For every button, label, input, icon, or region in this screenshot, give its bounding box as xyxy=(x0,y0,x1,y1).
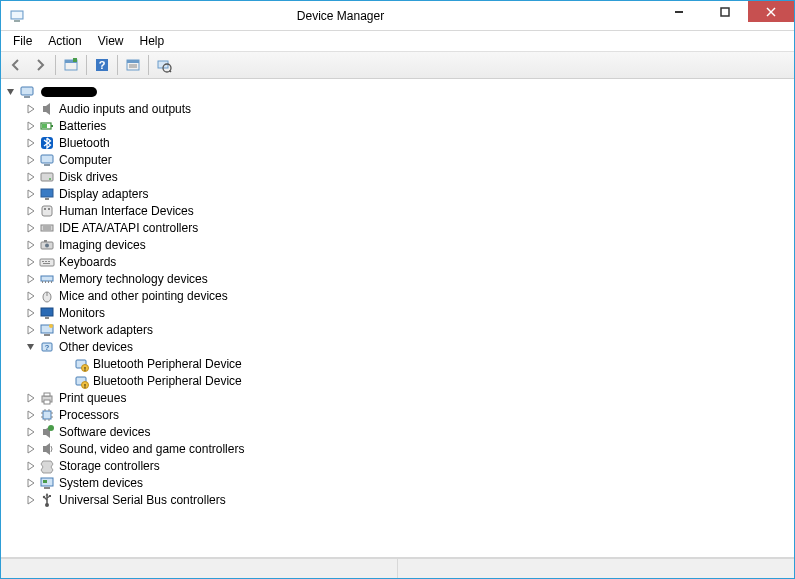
menu-action[interactable]: Action xyxy=(40,32,89,50)
toolbar-separator xyxy=(86,55,87,75)
usb-icon xyxy=(39,492,55,508)
tree-category-node[interactable]: Mice and other pointing devices xyxy=(3,287,792,304)
svg-rect-21 xyxy=(43,106,46,112)
expand-toggle-icon[interactable] xyxy=(25,443,37,455)
tree-category-node[interactable]: Memory technology devices xyxy=(3,270,792,287)
cpu-icon xyxy=(39,407,55,423)
tree-category-node[interactable]: Imaging devices xyxy=(3,236,792,253)
tree-node-label: Keyboards xyxy=(59,255,116,269)
tree-category-node[interactable]: Network adapters xyxy=(3,321,792,338)
toolbar-separator xyxy=(148,55,149,75)
tree-node-label: Computer xyxy=(59,153,112,167)
expand-toggle-icon[interactable] xyxy=(25,205,37,217)
tree-category-node[interactable]: Human Interface Devices xyxy=(3,202,792,219)
menu-view[interactable]: View xyxy=(90,32,132,50)
svg-text:!: ! xyxy=(84,382,86,388)
tree-device-node[interactable]: ! Bluetooth Peripheral Device xyxy=(3,355,792,372)
tree-category-node[interactable]: System devices xyxy=(3,474,792,491)
svg-text:?: ? xyxy=(99,59,106,71)
tree-category-node[interactable]: Audio inputs and outputs xyxy=(3,100,792,117)
svg-rect-44 xyxy=(48,261,50,262)
tree-node-label: Bluetooth Peripheral Device xyxy=(93,357,242,371)
tree-node-label: Software devices xyxy=(59,425,150,439)
expand-toggle-icon[interactable] xyxy=(25,171,37,183)
computer-name-redacted xyxy=(41,87,97,97)
svg-rect-80 xyxy=(43,446,46,452)
svg-rect-30 xyxy=(41,189,53,197)
minimize-button[interactable] xyxy=(656,1,702,22)
svg-rect-35 xyxy=(41,225,53,231)
tree-node-label: Imaging devices xyxy=(59,238,146,252)
expand-toggle-icon[interactable] xyxy=(25,494,37,506)
expand-toggle-icon[interactable] xyxy=(25,188,37,200)
close-button[interactable] xyxy=(748,1,794,22)
system-icon xyxy=(39,475,55,491)
tree-category-node[interactable]: Sound, video and game controllers xyxy=(3,440,792,457)
back-button[interactable] xyxy=(5,54,27,76)
computer-icon xyxy=(39,152,55,168)
sound-icon xyxy=(39,441,55,457)
printer-icon xyxy=(39,390,55,406)
tree-category-node[interactable]: Print queues xyxy=(3,389,792,406)
svg-point-88 xyxy=(43,495,45,497)
forward-button[interactable] xyxy=(29,54,51,76)
tree-category-node[interactable]: Universal Serial Bus controllers xyxy=(3,491,792,508)
expand-toggle-icon[interactable] xyxy=(25,120,37,132)
tree-node-label: Audio inputs and outputs xyxy=(59,102,191,116)
tree-root-node[interactable] xyxy=(3,83,792,100)
scan-hardware-button[interactable] xyxy=(153,54,175,76)
tree-category-node[interactable]: Batteries xyxy=(3,117,792,134)
expand-toggle-icon[interactable] xyxy=(25,409,37,421)
expand-toggle-icon[interactable] xyxy=(5,86,17,98)
expand-toggle-icon[interactable] xyxy=(25,392,37,404)
menu-file[interactable]: File xyxy=(5,32,40,50)
expand-toggle-icon[interactable] xyxy=(25,324,37,336)
menu-help[interactable]: Help xyxy=(132,32,173,50)
tree-category-node[interactable]: Disk drives xyxy=(3,168,792,185)
help-button[interactable]: ? xyxy=(91,54,113,76)
toolbar-separator xyxy=(117,55,118,75)
svg-point-33 xyxy=(44,208,46,210)
svg-point-39 xyxy=(45,243,49,247)
maximize-button[interactable] xyxy=(702,1,748,22)
show-hide-console-button[interactable] xyxy=(60,54,82,76)
tree-category-node[interactable]: Monitors xyxy=(3,304,792,321)
expand-toggle-icon[interactable] xyxy=(25,273,37,285)
tree-category-node[interactable]: Software devices xyxy=(3,423,792,440)
expand-toggle-icon[interactable] xyxy=(25,239,37,251)
expand-toggle-icon[interactable] xyxy=(25,426,37,438)
expand-toggle-icon[interactable] xyxy=(25,154,37,166)
expand-toggle-icon[interactable] xyxy=(25,307,37,319)
tree-node-label: IDE ATA/ATAPI controllers xyxy=(59,221,198,235)
expand-toggle-icon[interactable] xyxy=(25,460,37,472)
storage-icon xyxy=(39,458,55,474)
svg-rect-26 xyxy=(41,155,53,163)
expand-toggle-icon[interactable] xyxy=(25,137,37,149)
tree-category-node[interactable]: Storage controllers xyxy=(3,457,792,474)
properties-button[interactable] xyxy=(122,54,144,76)
svg-rect-43 xyxy=(45,261,47,262)
expand-toggle-icon[interactable] xyxy=(25,103,37,115)
tree-category-node[interactable]: Computer xyxy=(3,151,792,168)
tree-node-label: Bluetooth xyxy=(59,136,110,150)
expand-toggle-icon[interactable] xyxy=(25,256,37,268)
tree-category-node[interactable]: Processors xyxy=(3,406,792,423)
device-tree-view[interactable]: Audio inputs and outputs Batteries Bluet… xyxy=(1,79,794,558)
tree-device-node[interactable]: ! Bluetooth Peripheral Device xyxy=(3,372,792,389)
expand-toggle-icon[interactable] xyxy=(25,290,37,302)
tree-category-node[interactable]: ? Other devices xyxy=(3,338,792,355)
expand-toggle-icon[interactable] xyxy=(25,341,37,353)
svg-rect-20 xyxy=(24,96,30,98)
svg-rect-49 xyxy=(48,281,49,283)
expand-toggle-icon[interactable] xyxy=(25,477,37,489)
expand-toggle-icon[interactable] xyxy=(25,222,37,234)
svg-text:!: ! xyxy=(84,365,86,371)
monitor-icon xyxy=(39,305,55,321)
tree-node-label: Monitors xyxy=(59,306,105,320)
tree-category-node[interactable]: Bluetooth xyxy=(3,134,792,151)
svg-rect-56 xyxy=(44,334,50,336)
tree-category-node[interactable]: IDE ATA/ATAPI controllers xyxy=(3,219,792,236)
tree-node-label: Print queues xyxy=(59,391,126,405)
tree-category-node[interactable]: Display adapters xyxy=(3,185,792,202)
tree-category-node[interactable]: Keyboards xyxy=(3,253,792,270)
